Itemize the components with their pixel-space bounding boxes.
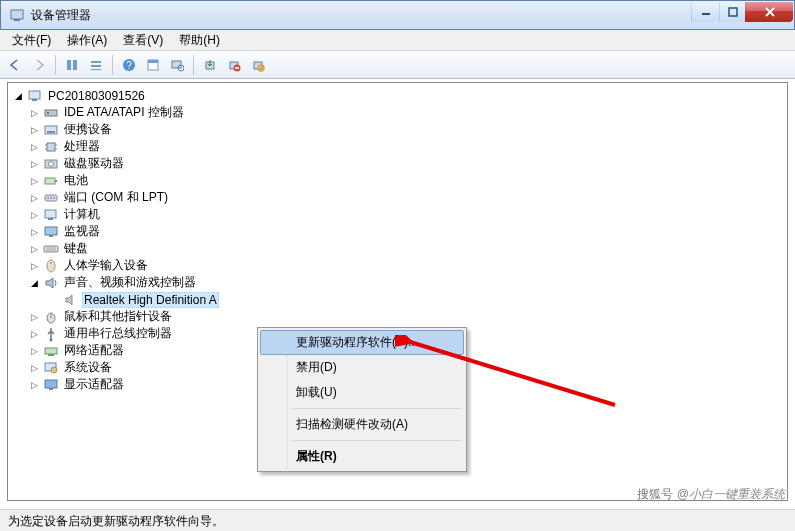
svg-point-56 <box>51 367 57 373</box>
svg-text:?: ? <box>126 60 132 71</box>
help-button[interactable]: ? <box>118 54 140 76</box>
separator <box>112 55 113 75</box>
svg-rect-2 <box>702 13 710 15</box>
device-category-icon <box>43 377 59 393</box>
svg-rect-27 <box>47 131 55 133</box>
titlebar: 设备管理器 <box>0 0 795 30</box>
properties-button[interactable] <box>142 54 164 76</box>
tree-node[interactable]: ▷监视器 <box>8 223 787 240</box>
svg-rect-28 <box>47 143 55 151</box>
node-label: 系统设备 <box>62 359 114 376</box>
expand-arrow-icon[interactable]: ▷ <box>28 193 40 203</box>
device-category-icon <box>43 258 59 274</box>
back-button[interactable] <box>4 54 26 76</box>
expand-arrow-icon[interactable]: ◢ <box>28 278 40 288</box>
svg-point-40 <box>53 197 55 199</box>
device-category-icon <box>43 343 59 359</box>
expand-arrow-icon[interactable]: ▷ <box>28 142 40 152</box>
tree-node[interactable]: ▷端口 (COM 和 LPT) <box>8 189 787 206</box>
device-category-icon <box>43 224 59 240</box>
menu-view[interactable]: 查看(V) <box>115 30 171 51</box>
node-label: Realtek High Definition A <box>82 292 219 308</box>
speaker-icon <box>63 292 79 308</box>
svg-rect-13 <box>172 61 181 68</box>
tree-node-selected[interactable]: Realtek High Definition A <box>8 291 787 308</box>
expand-arrow-icon[interactable]: ▷ <box>28 329 40 339</box>
app-icon <box>9 7 25 23</box>
device-category-icon <box>43 190 59 206</box>
forward-button[interactable] <box>28 54 50 76</box>
disable-button[interactable] <box>247 54 269 76</box>
ctx-disable[interactable]: 禁用(D) <box>260 355 464 380</box>
ctx-properties[interactable]: 属性(R) <box>260 444 464 469</box>
maximize-button[interactable] <box>719 2 745 22</box>
expand-arrow-icon[interactable]: ▷ <box>28 176 40 186</box>
menu-help[interactable]: 帮助(H) <box>171 30 228 51</box>
tree-node[interactable]: ▷键盘 <box>8 240 787 257</box>
details-button[interactable] <box>85 54 107 76</box>
svg-rect-1 <box>14 19 20 21</box>
expand-arrow-icon[interactable]: ▷ <box>28 244 40 254</box>
node-label: 端口 (COM 和 LPT) <box>62 189 170 206</box>
expand-arrow-icon[interactable]: ▷ <box>28 363 40 373</box>
svg-point-49 <box>50 262 52 264</box>
tree-node[interactable]: ▷IDE ATA/ATAPI 控制器 <box>8 104 787 121</box>
svg-point-48 <box>47 260 55 272</box>
svg-point-38 <box>47 197 49 199</box>
tree-node[interactable]: ▷鼠标和其他指针设备 <box>8 308 787 325</box>
uninstall-button[interactable] <box>223 54 245 76</box>
tree-node[interactable]: ▷电池 <box>8 172 787 189</box>
expand-arrow-icon[interactable]: ◢ <box>12 91 24 101</box>
svg-rect-0 <box>11 10 23 19</box>
menu-action[interactable]: 操作(A) <box>59 30 115 51</box>
svg-rect-8 <box>91 69 101 70</box>
node-label: 网络适配器 <box>62 342 126 359</box>
view-mode-button[interactable] <box>61 54 83 76</box>
toolbar: ? <box>0 51 795 79</box>
node-label: 电池 <box>62 172 90 189</box>
device-category-icon <box>43 275 59 291</box>
watermark-source: 搜狐号 <box>637 486 673 503</box>
expand-arrow-icon[interactable]: ▷ <box>28 159 40 169</box>
svg-rect-57 <box>45 380 57 388</box>
expand-arrow-icon[interactable]: ▷ <box>28 261 40 271</box>
svg-rect-41 <box>45 210 56 218</box>
node-label: 鼠标和其他指针设备 <box>62 308 174 325</box>
node-label: 处理器 <box>62 138 102 155</box>
expand-arrow-icon[interactable]: ▷ <box>28 227 40 237</box>
device-category-icon <box>43 122 59 138</box>
ctx-uninstall[interactable]: 卸载(U) <box>260 380 464 405</box>
svg-rect-12 <box>148 60 158 63</box>
svg-rect-43 <box>45 227 57 235</box>
tree-root[interactable]: ◢PC201803091526 <box>8 87 787 104</box>
svg-rect-54 <box>48 354 54 356</box>
svg-point-52 <box>50 338 53 341</box>
svg-rect-18 <box>235 67 239 69</box>
device-category-icon <box>43 105 59 121</box>
expand-arrow-icon[interactable]: ▷ <box>28 210 40 220</box>
expand-arrow-icon[interactable]: ▷ <box>28 346 40 356</box>
tree-node[interactable]: ▷人体学输入设备 <box>8 257 787 274</box>
device-category-icon <box>43 326 59 342</box>
node-label: 磁盘驱动器 <box>62 155 126 172</box>
tree-node[interactable]: ▷便携设备 <box>8 121 787 138</box>
expand-arrow-icon[interactable]: ▷ <box>28 125 40 135</box>
close-button[interactable] <box>745 2 793 22</box>
statusbar: 为选定设备启动更新驱动程序软件向导。 <box>0 509 795 531</box>
ctx-update-driver[interactable]: 更新驱动程序软件(P)... <box>260 330 464 355</box>
tree-node[interactable]: ▷计算机 <box>8 206 787 223</box>
expand-arrow-icon[interactable]: ▷ <box>28 312 40 322</box>
scan-button[interactable] <box>166 54 188 76</box>
expand-arrow-icon[interactable]: ▷ <box>28 380 40 390</box>
tree-node[interactable]: ▷磁盘驱动器 <box>8 155 787 172</box>
minimize-button[interactable] <box>691 2 719 22</box>
node-label: 显示适配器 <box>62 376 126 393</box>
tree-node[interactable]: ◢声音、视频和游戏控制器 <box>8 274 787 291</box>
expand-arrow-icon[interactable]: ▷ <box>28 108 40 118</box>
svg-rect-22 <box>29 91 40 99</box>
ctx-scan[interactable]: 扫描检测硬件改动(A) <box>260 412 464 437</box>
menu-separator <box>292 408 462 409</box>
update-driver-button[interactable] <box>199 54 221 76</box>
menu-file[interactable]: 文件(F) <box>4 30 59 51</box>
tree-node[interactable]: ▷处理器 <box>8 138 787 155</box>
